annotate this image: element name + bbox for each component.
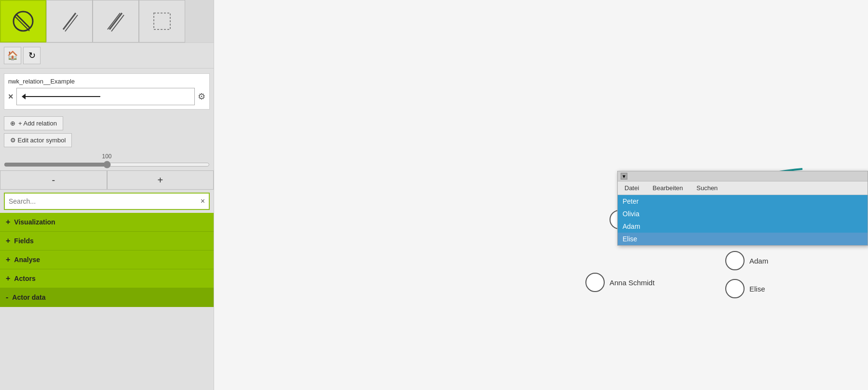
add-relation-icon: ⊕ xyxy=(10,120,15,127)
tool-select-btn[interactable] xyxy=(139,0,185,42)
category-list: + Visualization + Fields + Analyse + Act… xyxy=(0,213,214,390)
popup-list-item-adam[interactable]: Adam xyxy=(618,220,868,233)
search-input[interactable] xyxy=(5,194,197,209)
popup-list-item-elise[interactable]: Elise xyxy=(618,233,868,245)
actor-label-elise: Elise xyxy=(749,285,765,293)
actor-circle-anna-schmidt xyxy=(585,273,605,292)
popup-menu-datei[interactable]: Datei xyxy=(618,182,646,194)
cat-actor-data-toggle: - xyxy=(6,293,8,302)
popup-menu-bearbeiten[interactable]: Bearbeiten xyxy=(646,182,690,194)
search-clear-button[interactable]: × xyxy=(197,194,209,209)
slider-area: 100 xyxy=(0,151,214,170)
tool-pencil1-btn[interactable] xyxy=(46,0,93,42)
cat-fields-label: Fields xyxy=(14,237,33,245)
actor-anna-schmidt[interactable]: Anna Schmidt xyxy=(585,273,654,292)
actor-label-adam: Adam xyxy=(749,257,768,265)
relation-controls: × ⚙ xyxy=(8,88,205,105)
svg-line-1 xyxy=(16,14,30,28)
actor-circle-elise xyxy=(725,279,745,298)
cat-actors-label: Actors xyxy=(14,275,35,282)
popup-list-item-peter[interactable]: Peter xyxy=(618,195,868,208)
category-analyse[interactable]: + Analyse xyxy=(0,251,214,269)
cat-analyse-toggle: + xyxy=(6,255,10,264)
cat-fields-toggle: + xyxy=(6,237,10,245)
cat-visualization-toggle: + xyxy=(6,218,10,226)
cat-analyse-label: Analyse xyxy=(14,256,40,264)
add-relation-button[interactable]: ⊕ + Add relation xyxy=(4,116,63,130)
relation-close-btn[interactable]: × xyxy=(8,92,14,102)
popup-titlebar-btn[interactable]: ▼ xyxy=(621,173,627,180)
svg-rect-8 xyxy=(154,13,170,29)
slider-value: 100 xyxy=(4,153,210,160)
popup-menu-suchen[interactable]: Suchen xyxy=(690,182,724,194)
actor-elise[interactable]: Elise xyxy=(725,279,765,298)
zoom-plus-button[interactable]: + xyxy=(107,170,214,190)
svg-marker-10 xyxy=(22,94,26,99)
edit-actor-symbol-label: ⚙ Edit actor symbol xyxy=(10,137,66,144)
popup-list: Peter Olivia Adam Elise xyxy=(618,195,868,245)
popup-titlebar: ▼ xyxy=(618,171,868,181)
zoom-slider[interactable] xyxy=(4,161,210,168)
relation-settings-btn[interactable]: ⚙ xyxy=(198,91,205,102)
refresh-button[interactable]: ↻ xyxy=(23,47,41,64)
cat-visualization-label: Visualization xyxy=(14,218,55,226)
cat-actor-data-label: Actor data xyxy=(12,293,45,301)
cat-actors-toggle: + xyxy=(6,274,10,283)
popup-menubar: Datei Bearbeiten Suchen xyxy=(618,181,868,195)
popup-list-item-olivia[interactable]: Olivia xyxy=(618,208,868,220)
actor-circle-adam xyxy=(725,251,745,270)
svg-line-4 xyxy=(65,15,78,31)
actor-adam[interactable]: Adam xyxy=(725,251,768,270)
category-visualization[interactable]: + Visualization xyxy=(0,213,214,232)
main-canvas[interactable]: Carl Muller Anna Schmidt Peter Olivia Ad… xyxy=(214,0,868,390)
tool-pencil2-btn[interactable] xyxy=(93,0,139,42)
tool-circle-btn[interactable] xyxy=(0,0,46,42)
relation-box: nwk_relation__Example × ⚙ xyxy=(4,73,210,110)
relation-arrow-display xyxy=(16,88,195,105)
svg-line-6 xyxy=(108,13,120,29)
svg-line-5 xyxy=(109,13,122,29)
zoom-buttons: - + xyxy=(0,170,214,190)
toolbar xyxy=(0,0,214,43)
category-actors[interactable]: + Actors xyxy=(0,269,214,288)
action-buttons: ⊕ + Add relation ⚙ Edit actor symbol xyxy=(0,112,214,151)
left-panel: 🏠 ↻ nwk_relation__Example × ⚙ ⊕ + Add re… xyxy=(0,0,214,390)
search-area: × xyxy=(4,193,210,210)
category-actor-data[interactable]: - Actor data xyxy=(0,288,214,307)
zoom-minus-button[interactable]: - xyxy=(0,170,107,190)
edit-actor-symbol-button[interactable]: ⚙ Edit actor symbol xyxy=(4,133,72,147)
relation-title: nwk_relation__Example xyxy=(8,78,205,85)
popup-window: ▼ Datei Bearbeiten Suchen Peter Olivia A… xyxy=(617,171,868,246)
svg-line-7 xyxy=(111,15,124,31)
home-button[interactable]: 🏠 xyxy=(4,47,21,64)
nav-row: 🏠 ↻ xyxy=(0,43,214,69)
actor-label-anna-schmidt: Anna Schmidt xyxy=(610,279,654,287)
svg-line-3 xyxy=(63,13,76,29)
category-fields[interactable]: + Fields xyxy=(0,232,214,251)
add-relation-label: + Add relation xyxy=(18,120,57,127)
